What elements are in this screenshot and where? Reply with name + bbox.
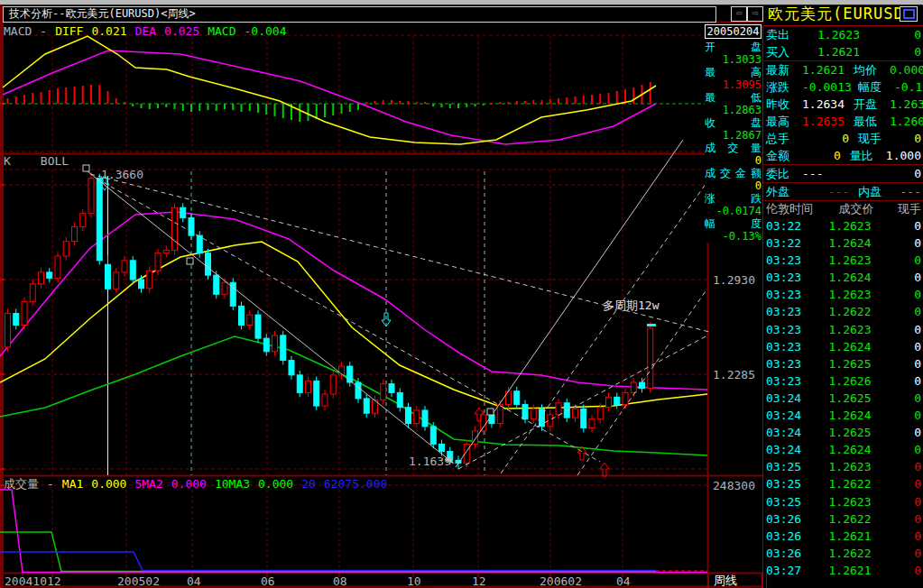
trade-price: 1.2623 — [809, 286, 891, 303]
quote-value: --- — [802, 183, 849, 200]
quote-extra: 0 — [860, 26, 921, 43]
trade-row: 03:27 1.2621 0 — [763, 562, 923, 579]
trade-price: 1.2622 — [809, 303, 891, 320]
trade-time: 03:24 — [766, 390, 809, 407]
svg-text:1.1639: 1.1639 — [409, 455, 451, 468]
trade-lots: 0 — [891, 458, 921, 475]
quote-value: -0.10 — [894, 78, 923, 96]
info-label: 成交金额 — [705, 167, 761, 179]
quote-extra: 0 — [860, 43, 921, 60]
period-indicator[interactable]: 周线 — [708, 574, 767, 588]
info-value: -0.0174 — [705, 205, 761, 217]
quote-value: 0 — [802, 147, 841, 164]
quote-label: 金额 — [766, 147, 802, 164]
volume-header-item: 5MA2 — [134, 477, 162, 491]
trade-row: 03:22 1.2624 0 — [763, 234, 923, 252]
trade-row: 03:25 1.2622 0 — [763, 475, 923, 492]
volume-axis-label: 248300 — [713, 479, 755, 492]
quote-label: 量比 — [850, 147, 886, 164]
pair-title: 欧元美元(EURUSD) — [768, 4, 914, 24]
kline-header-item: K — [4, 154, 11, 168]
trade-price: 1.2624 — [809, 407, 891, 424]
trade-lots: 0 — [891, 528, 921, 545]
trade-price: 1.2625 — [809, 390, 891, 407]
volume-indicator-header: 成交量-MA10.0005MA20.00010MA30.0002062075.0… — [4, 476, 395, 492]
info-label: 涨跌 — [705, 192, 761, 205]
col-lots: 现手 — [891, 201, 921, 217]
trade-lots: 0 — [891, 355, 921, 372]
x-axis-label: 10 — [407, 574, 421, 588]
macd-header-item: MACD — [4, 24, 32, 38]
volume-header-item: - — [47, 477, 54, 491]
kline-header-item: BOLL — [41, 154, 69, 168]
trade-time: 03:25 — [766, 493, 809, 510]
volume-header-item: 62075.000 — [324, 477, 387, 491]
trade-time: 03:24 — [766, 407, 809, 424]
trade-row: 03:24 1.2624 0 — [763, 407, 923, 424]
macd-header-item: 0.025 — [164, 24, 199, 38]
trade-time: 03:23 — [766, 286, 809, 303]
quote-row: 总手 0 现手 0 — [763, 130, 923, 147]
trade-price: 1.2624 — [809, 234, 891, 252]
quote-row: 涨跌 -0.0013 幅度 -0.10 — [763, 78, 923, 96]
volume-header-item: 20 — [301, 477, 316, 491]
trade-lots: 0 — [891, 407, 921, 424]
quote-row: 买入 1.2621 0 — [763, 43, 923, 60]
trade-time: 03:23 — [766, 338, 809, 355]
quote-value: -0.0013 — [802, 78, 849, 96]
quote-row: 卖出 1.2623 0 — [763, 26, 923, 43]
info-value: 1.3095 — [705, 78, 761, 91]
quote-label: 最低 — [854, 113, 890, 130]
quote-label: 均价 — [854, 61, 890, 78]
quote-value: 1.2621 — [802, 43, 860, 60]
trade-lots: 0 — [891, 269, 921, 286]
quote-row: 最新 1.2621 均价 0.0000 — [763, 61, 923, 78]
trade-price: 1.2624 — [809, 338, 891, 355]
trade-time: 03:27 — [766, 562, 809, 579]
trade-lots: 0 — [891, 338, 921, 355]
trade-row: 03:22 1.2623 0 — [763, 217, 923, 234]
trade-lots: 0 — [891, 475, 921, 492]
macd-indicator-header: MACD-DIFF0.021DEA0.025MACD-0.004 — [4, 24, 295, 38]
macd-header-item: DEA — [135, 24, 156, 38]
macd-header-item: -0.004 — [245, 24, 287, 38]
info-label: 成交量 — [705, 142, 761, 154]
arrow-right-icon: ⇨ — [752, 6, 758, 19]
trade-lots: 0 — [891, 321, 921, 338]
nav-right-button[interactable]: ⇨ — [747, 6, 763, 22]
volume-header-item: 10MA3 — [215, 477, 250, 491]
x-axis-label: 06 — [261, 574, 275, 588]
quote-label: 最新 — [766, 61, 802, 78]
trade-list[interactable]: 03:22 1.2623 003:22 1.2624 003:23 1.2623… — [763, 217, 923, 588]
trade-lots: 0 — [891, 217, 921, 234]
trade-price: 1.2622 — [809, 545, 891, 562]
trade-price: 1.2622 — [809, 475, 891, 492]
svg-text:多周期12w: 多周期12w — [603, 299, 660, 312]
trade-row: 03:23 1.2623 0 — [763, 321, 923, 338]
info-value: 1.2863 — [705, 104, 761, 116]
trade-price: 1.2623 — [809, 217, 891, 234]
trade-price: 1.2621 — [809, 562, 891, 579]
col-price: 成交价 — [822, 201, 891, 217]
info-value: -0.13% — [705, 230, 761, 243]
trade-lots: 0 — [891, 390, 921, 407]
svg-text:1.3660: 1.3660 — [101, 168, 143, 181]
quote-label: 最高 — [766, 113, 802, 130]
candle-info-panel: 20050204 开盘1.3033最高1.3095最低1.2863收盘1.286… — [705, 24, 761, 243]
pan-row: 外盘 --- 内盘 --- — [763, 183, 923, 200]
nav-left-button[interactable]: ⇦ — [731, 6, 747, 22]
volume-header-item: 0.000 — [91, 477, 126, 491]
x-axis-label: 200602 — [540, 574, 582, 588]
quote-label: 内盘 — [858, 183, 894, 200]
trade-row: 03:26 1.2621 0 — [763, 528, 923, 545]
quote-value: 0.0000 — [890, 61, 923, 78]
trade-time: 03:23 — [766, 355, 809, 372]
trade-price: 1.2623 — [809, 493, 891, 510]
restore-window-button[interactable] — [900, 6, 918, 22]
x-axis-label: 12 — [472, 574, 486, 588]
kline-header: KBOLL — [4, 154, 77, 168]
trade-lots: 0 — [891, 252, 921, 269]
trade-lots: 0 — [891, 303, 921, 320]
trade-price: 1.2621 — [809, 528, 891, 545]
quote-value: 1.2635 — [802, 113, 845, 130]
